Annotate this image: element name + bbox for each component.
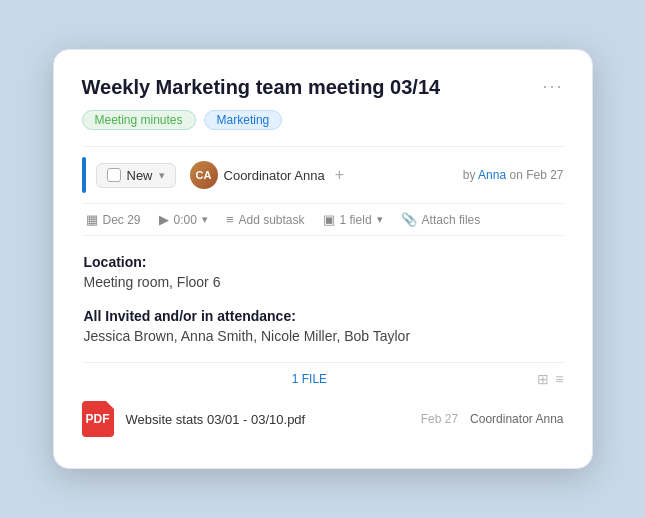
field-icon: ▣ bbox=[323, 212, 335, 227]
avatar: CA bbox=[190, 161, 218, 189]
status-row: New ▾ CA Coordinator Anna + by Anna on F… bbox=[82, 146, 564, 204]
file-count-label: 1 FILE bbox=[82, 372, 538, 386]
tags-row: Meeting minutes Marketing bbox=[82, 110, 564, 130]
assignee-group: CA Coordinator Anna + bbox=[190, 161, 345, 189]
location-value: Meeting room, Floor 6 bbox=[84, 274, 562, 290]
by-date: on Feb 27 bbox=[509, 168, 563, 182]
content-section: Location: Meeting room, Floor 6 All Invi… bbox=[82, 254, 564, 344]
add-assignee-button[interactable]: + bbox=[335, 166, 344, 184]
tag-marketing[interactable]: Marketing bbox=[204, 110, 283, 130]
file-author: Coordinator Anna bbox=[470, 412, 563, 426]
toolbar-attach-label: Attach files bbox=[422, 213, 481, 227]
toolbar-subtask-label: Add subtask bbox=[238, 213, 304, 227]
toolbar-field-label: 1 field bbox=[340, 213, 372, 227]
attendees-value: Jessica Brown, Anna Smith, Nicole Miller… bbox=[84, 328, 562, 344]
location-label: Location: bbox=[84, 254, 562, 270]
status-label: New bbox=[127, 168, 153, 183]
toolbar-subtask[interactable]: ≡ Add subtask bbox=[226, 212, 305, 227]
paperclip-icon: 📎 bbox=[401, 212, 417, 227]
pdf-icon: PDF bbox=[82, 401, 114, 437]
file-name: Website stats 03/01 - 03/10.pdf bbox=[126, 412, 409, 427]
by-info: by Anna on Feb 27 bbox=[463, 168, 564, 182]
assignee-name: Coordinator Anna bbox=[224, 168, 325, 183]
file-section: 1 FILE ⊞ ≡ PDF Website stats 03/01 - 03/… bbox=[82, 362, 564, 443]
time-dropdown-icon: ▾ bbox=[202, 213, 208, 226]
grid-view-icon[interactable]: ⊞ bbox=[537, 371, 549, 387]
toolbar-field[interactable]: ▣ 1 field ▾ bbox=[323, 212, 383, 227]
attendees-label: All Invited and/or in attendance: bbox=[84, 308, 562, 324]
main-card: Weekly Marketing team meeting 03/14 ··· … bbox=[53, 49, 593, 469]
tag-meeting-minutes[interactable]: Meeting minutes bbox=[82, 110, 196, 130]
more-options-button[interactable]: ··· bbox=[542, 76, 563, 97]
field-dropdown-icon: ▾ bbox=[377, 213, 383, 226]
status-checkbox[interactable] bbox=[107, 168, 121, 182]
toolbar-date-label: Dec 29 bbox=[103, 213, 141, 227]
file-date: Feb 27 bbox=[421, 412, 458, 426]
status-bar-indicator bbox=[82, 157, 86, 193]
toolbar-row: ▦ Dec 29 ▶ 0:00 ▾ ≡ Add subtask ▣ 1 fiel… bbox=[82, 204, 564, 236]
page-title: Weekly Marketing team meeting 03/14 bbox=[82, 74, 441, 100]
list-view-icon[interactable]: ≡ bbox=[555, 371, 563, 387]
calendar-icon: ▦ bbox=[86, 212, 98, 227]
toolbar-time-label: 0:00 bbox=[174, 213, 197, 227]
toolbar-time[interactable]: ▶ 0:00 ▾ bbox=[159, 212, 208, 227]
file-count-row: 1 FILE ⊞ ≡ bbox=[82, 371, 564, 387]
subtask-icon: ≡ bbox=[226, 212, 234, 227]
status-dropdown-icon[interactable]: ▾ bbox=[159, 169, 165, 182]
by-text: by bbox=[463, 168, 476, 182]
by-author-link[interactable]: Anna bbox=[478, 168, 506, 182]
header-row: Weekly Marketing team meeting 03/14 ··· bbox=[82, 74, 564, 100]
play-icon: ▶ bbox=[159, 212, 169, 227]
toolbar-date[interactable]: ▦ Dec 29 bbox=[86, 212, 141, 227]
toolbar-attach[interactable]: 📎 Attach files bbox=[401, 212, 481, 227]
file-row[interactable]: PDF Website stats 03/01 - 03/10.pdf Feb … bbox=[82, 395, 564, 443]
status-badge[interactable]: New ▾ bbox=[96, 163, 176, 188]
file-view-icons: ⊞ ≡ bbox=[537, 371, 563, 387]
